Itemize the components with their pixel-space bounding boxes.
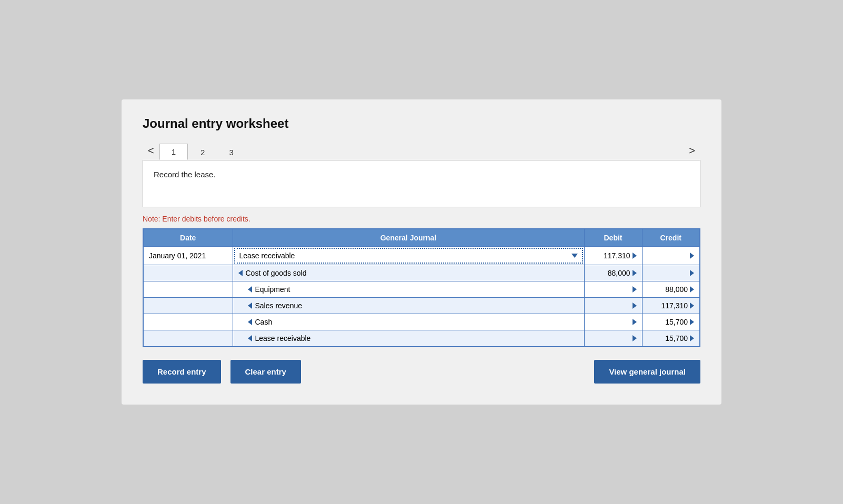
- date-cell-3: [143, 281, 233, 298]
- debit-right-arrow-5: [633, 319, 637, 325]
- header-journal: General Journal: [233, 229, 584, 247]
- debit-right-arrow-1: [633, 253, 637, 259]
- journal-left-arrow-3: [248, 286, 252, 293]
- tab-2[interactable]: 2: [189, 145, 216, 160]
- debit-cell-6: [584, 330, 642, 347]
- journal-cell-2[interactable]: Cost of goods sold: [233, 265, 584, 281]
- credit-cell-6: 15,700: [642, 330, 700, 347]
- table-row: Equipment 88,000: [143, 281, 700, 298]
- prev-arrow[interactable]: <: [143, 142, 159, 160]
- journal-cell-1[interactable]: Lease receivable: [233, 247, 584, 265]
- table-row: Cash 15,700: [143, 314, 700, 330]
- credit-cell-5: 15,700: [642, 314, 700, 330]
- page-title: Journal entry worksheet: [143, 116, 700, 131]
- journal-label-1: Lease receivable: [239, 251, 295, 260]
- header-date: Date: [143, 229, 233, 247]
- instruction-text: Record the lease.: [154, 170, 216, 179]
- date-cell-5: [143, 314, 233, 330]
- journal-cell-6[interactable]: Lease receivable: [233, 330, 584, 347]
- date-cell-4: [143, 298, 233, 314]
- journal-left-arrow-5: [248, 319, 252, 325]
- record-entry-button[interactable]: Record entry: [143, 360, 221, 384]
- credit-cell-3: 88,000: [642, 281, 700, 298]
- journal-table: Date General Journal Debit Credit Januar…: [143, 228, 700, 347]
- debit-cell-2: 88,000: [584, 265, 642, 281]
- journal-left-arrow-6: [248, 335, 252, 341]
- credit-right-arrow-3: [690, 286, 694, 293]
- journal-cell-4[interactable]: Sales revenue: [233, 298, 584, 314]
- view-general-journal-button[interactable]: View general journal: [594, 360, 700, 384]
- tabs-row: < 1 2 3 >: [143, 142, 700, 160]
- header-debit: Debit: [584, 229, 642, 247]
- header-credit: Credit: [642, 229, 700, 247]
- note-text: Note: Enter debits before credits.: [143, 215, 700, 223]
- journal-cell-3[interactable]: Equipment: [233, 281, 584, 298]
- journal-label-6: Lease receivable: [255, 334, 311, 342]
- debit-cell-4: [584, 298, 642, 314]
- date-cell-2: [143, 265, 233, 281]
- instruction-box: Record the lease.: [143, 160, 700, 207]
- buttons-row: Record entry Clear entry View general jo…: [143, 360, 700, 384]
- main-container: Journal entry worksheet < 1 2 3 > Record…: [122, 99, 721, 405]
- journal-label-3: Equipment: [255, 285, 290, 294]
- debit-right-arrow-4: [633, 303, 637, 309]
- debit-right-arrow-2: [633, 270, 637, 276]
- credit-cell-4: 117,310: [642, 298, 700, 314]
- table-row: Sales revenue 117,310: [143, 298, 700, 314]
- journal-label-2: Cost of goods sold: [246, 269, 307, 277]
- credit-cell-2: [642, 265, 700, 281]
- journal-cell-5[interactable]: Cash: [233, 314, 584, 330]
- table-row: Lease receivable 15,700: [143, 330, 700, 347]
- credit-right-arrow-5: [690, 319, 694, 325]
- debit-cell-5: [584, 314, 642, 330]
- debit-right-arrow-6: [633, 335, 637, 341]
- table-row: Cost of goods sold 88,000: [143, 265, 700, 281]
- tab-3[interactable]: 3: [217, 145, 245, 160]
- journal-left-arrow-2: [238, 270, 243, 276]
- debit-cell-1: 117,310: [584, 247, 642, 265]
- dropdown-arrow-icon[interactable]: [571, 254, 578, 258]
- debit-cell-3: [584, 281, 642, 298]
- clear-entry-button[interactable]: Clear entry: [230, 360, 301, 384]
- journal-label-4: Sales revenue: [255, 301, 303, 310]
- credit-right-arrow-6: [690, 335, 694, 341]
- credit-right-arrow-2: [690, 270, 694, 276]
- date-cell-1: January 01, 2021: [143, 247, 233, 265]
- journal-label-5: Cash: [255, 318, 273, 326]
- journal-left-arrow-4: [248, 303, 252, 309]
- debit-right-arrow-3: [633, 286, 637, 293]
- credit-right-arrow-4: [690, 303, 694, 309]
- tab-1[interactable]: 1: [159, 144, 188, 160]
- table-row: January 01, 2021 Lease receivable 117,31…: [143, 247, 700, 265]
- next-arrow[interactable]: >: [684, 142, 700, 160]
- credit-right-arrow-1: [690, 253, 694, 259]
- date-cell-6: [143, 330, 233, 347]
- credit-cell-1: [642, 247, 700, 265]
